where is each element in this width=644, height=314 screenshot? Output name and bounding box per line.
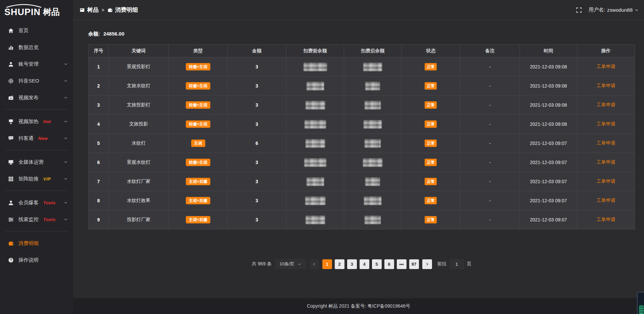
- breadcrumb-root[interactable]: 树品: [79, 6, 99, 14]
- cell-status: 正常: [401, 172, 460, 191]
- brand-logo-cn: 树品: [43, 3, 60, 17]
- ticket-apply-link[interactable]: 工单申请: [597, 64, 615, 69]
- column-header: 序号: [89, 45, 109, 57]
- next-page-button[interactable]: [422, 259, 432, 269]
- cell-balance-after: [344, 96, 401, 115]
- cell-remark: -: [460, 153, 520, 172]
- nav-divider: [5, 150, 68, 150]
- censored-value: [306, 139, 325, 148]
- cell-balance-after: [344, 153, 401, 172]
- sidebar-item-consume-detail[interactable]: 消费明细: [0, 235, 73, 252]
- ticket-apply-link[interactable]: 工单申请: [597, 217, 615, 222]
- bar-chart-icon: [8, 45, 14, 50]
- censored-value: [306, 101, 325, 109]
- sidebar-item-video-publish[interactable]: 视频发布: [0, 89, 73, 106]
- page-button-97[interactable]: 97: [409, 259, 419, 269]
- page-button-5[interactable]: 5: [372, 259, 382, 269]
- cell-status: 正常: [401, 96, 460, 115]
- cell-balance-after: [344, 210, 401, 229]
- goto-page-input[interactable]: [449, 259, 464, 269]
- status-badge: 正常: [425, 159, 437, 166]
- status-badge: 正常: [425, 120, 437, 128]
- fullscreen-icon[interactable]: [576, 7, 582, 13]
- page-button-3[interactable]: 3: [347, 259, 357, 269]
- ticket-apply-link[interactable]: 工单申请: [597, 198, 615, 203]
- sidebar-item-help[interactable]: ?操作说明: [0, 252, 73, 268]
- page-button-4[interactable]: 4: [360, 259, 369, 269]
- nav-divider: [5, 231, 68, 231]
- user-dropdown[interactable]: 用户名: zswodun88: [589, 7, 639, 13]
- cell-remark: -: [460, 210, 520, 229]
- cell-action: 工单申请: [577, 115, 635, 134]
- nav-divider: [5, 109, 68, 110]
- app: SHUPIN 树品 首页数据总览账号管理抖音SEO视频发布视频加热Hot抖客通N…: [0, 0, 644, 314]
- sidebar-item-label: 数据总览: [18, 44, 39, 51]
- sidebar-item-douketong[interactable]: 抖客通New: [0, 130, 73, 147]
- home-icon: [8, 28, 14, 34]
- sidebar-item-clue-monitor[interactable]: 线索监控Tools: [0, 211, 73, 228]
- cell-keyword: 景观投影灯: [109, 57, 169, 76]
- sidebar-item-douyin-seo[interactable]: 抖音SEO: [0, 72, 73, 89]
- cell-amount: 3: [227, 76, 286, 96]
- cell-action: 工单申请: [577, 76, 635, 96]
- sidebar-item-data-overview[interactable]: 数据总览: [0, 39, 73, 56]
- ticket-apply-link[interactable]: 工单申请: [597, 83, 615, 88]
- chevron-down-icon: [64, 136, 68, 140]
- cell-balance-before: [286, 134, 344, 153]
- cell-time: 2021-12-03 09:07: [520, 210, 577, 229]
- pagination-total: 共 969 条: [252, 261, 271, 267]
- column-header: 类型: [169, 45, 227, 57]
- cell-status: 正常: [401, 134, 460, 153]
- ticket-apply-link[interactable]: 工单申请: [597, 159, 615, 165]
- signboard-icon: [8, 119, 14, 124]
- table-row: 8水纹灯效果主词+后缀3正常-2021-12-03 09:07工单申请: [89, 191, 635, 210]
- cell-index: 6: [89, 153, 109, 172]
- corner-widget[interactable]: [637, 292, 644, 314]
- cell-keyword: 水纹灯: [109, 134, 169, 153]
- sidebar-item-media-ops[interactable]: 全媒体运营: [0, 154, 73, 170]
- grid-icon: [8, 176, 14, 182]
- sidebar-item-badge: Tools: [43, 217, 56, 222]
- username-value: zswodun88: [607, 7, 633, 13]
- sidebar-item-label: 操作说明: [18, 257, 39, 263]
- cell-index: 7: [89, 172, 109, 191]
- ticket-apply-link[interactable]: 工单申请: [597, 178, 615, 184]
- status-badge: 正常: [425, 197, 437, 204]
- cell-time: 2021-12-03 09:08: [520, 57, 577, 76]
- ticket-apply-link[interactable]: 工单申请: [597, 102, 615, 107]
- column-header: 状态: [401, 45, 460, 57]
- cell-status: 正常: [401, 210, 460, 229]
- pagination: 共 969 条 10条/页 123456•••97 前往 页: [88, 259, 635, 269]
- sidebar-item-label: 首页: [18, 28, 29, 34]
- topbar: 树品 > 消费明细 用户名: zswodun88: [73, 0, 644, 20]
- page-size-select[interactable]: 10条/页: [275, 259, 306, 269]
- sidebar-item-home[interactable]: 首页: [0, 22, 73, 39]
- sidebar-item-member-burst[interactable]: 会员爆客Tools: [0, 194, 73, 211]
- sidebar-item-badge: Hot: [43, 119, 51, 124]
- censored-value: [305, 197, 325, 205]
- cell-status: 正常: [401, 57, 460, 76]
- page-button-1[interactable]: 1: [322, 259, 332, 269]
- page-ellipsis-button[interactable]: •••: [397, 259, 407, 269]
- ticket-apply-link[interactable]: 工单申请: [597, 140, 615, 146]
- status-badge: 正常: [425, 82, 437, 90]
- ticket-apply-link[interactable]: 工单申请: [597, 121, 615, 126]
- cell-balance-before: [286, 210, 344, 229]
- sliders-icon: [8, 217, 14, 222]
- cell-keyword: 文旅投影灯: [109, 96, 169, 115]
- censored-value: [365, 82, 380, 90]
- monitor-icon: [8, 159, 14, 165]
- column-header: 扣费前余额: [286, 45, 344, 57]
- sidebar-item-matrix-boost[interactable]: 矩阵助推VIP: [0, 170, 73, 187]
- sidebar-item-video-heat[interactable]: 视频加热Hot: [0, 113, 73, 130]
- censored-value: [304, 158, 326, 167]
- table-header-row: 序号关键词类型金额扣费前余额扣费后余额状态备注时间操作: [89, 45, 635, 57]
- column-header: 关键词: [109, 45, 169, 57]
- sidebar-item-label: 会员爆客: [18, 200, 39, 206]
- page-button-6[interactable]: 6: [384, 259, 394, 269]
- prev-page-button[interactable]: [309, 259, 319, 269]
- sidebar-item-account-mgmt[interactable]: 账号管理: [0, 56, 73, 72]
- page-button-2[interactable]: 2: [335, 259, 344, 269]
- chevron-down-icon: [298, 262, 301, 266]
- brand-logo[interactable]: SHUPIN 树品: [0, 0, 73, 21]
